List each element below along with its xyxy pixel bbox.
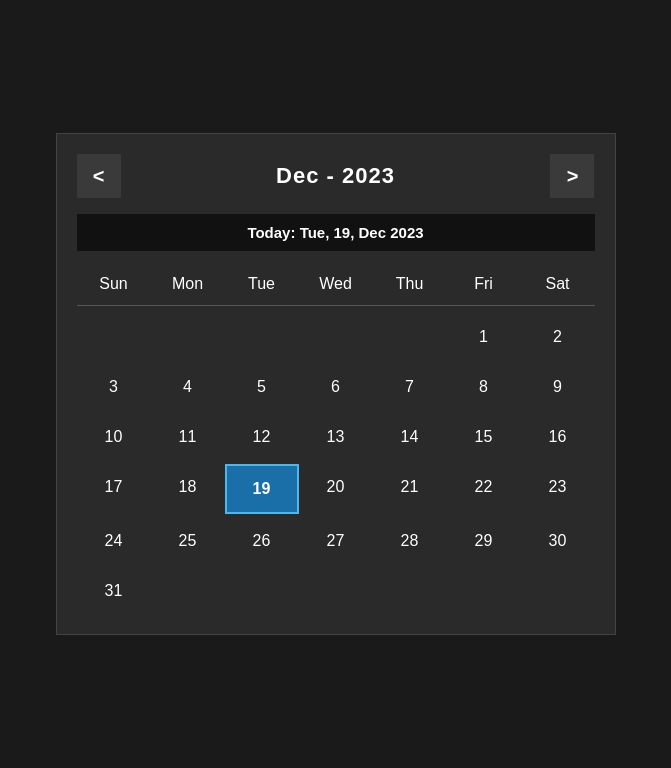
day-cell[interactable]: 12 — [225, 414, 299, 460]
day-cell[interactable]: 5 — [225, 364, 299, 410]
day-cell — [151, 568, 225, 614]
month-year-title: Dec - 2023 — [276, 163, 395, 189]
day-cell[interactable]: 17 — [77, 464, 151, 514]
day-cell[interactable]: 14 — [373, 414, 447, 460]
day-cell[interactable]: 21 — [373, 464, 447, 514]
day-cell — [373, 568, 447, 614]
day-cell — [77, 314, 151, 360]
day-cell[interactable]: 31 — [77, 568, 151, 614]
day-cell[interactable]: 29 — [447, 518, 521, 564]
day-cell — [299, 568, 373, 614]
day-cell[interactable]: 10 — [77, 414, 151, 460]
day-cell[interactable]: 8 — [447, 364, 521, 410]
day-cell[interactable]: 11 — [151, 414, 225, 460]
days-grid: 1234567891011121314151617181920212223242… — [77, 314, 595, 614]
calendar-grid: SunMonTueWedThuFriSat 123456789101112131… — [77, 267, 595, 614]
day-cell[interactable]: 30 — [521, 518, 595, 564]
calendar: < Dec - 2023 > Today: Tue, 19, Dec 2023 … — [56, 133, 616, 635]
today-cell[interactable]: 19 — [225, 464, 299, 514]
day-cell — [521, 568, 595, 614]
day-cell[interactable]: 2 — [521, 314, 595, 360]
day-cell[interactable]: 18 — [151, 464, 225, 514]
day-header-fri: Fri — [447, 267, 521, 301]
day-cell — [225, 568, 299, 614]
day-cell[interactable]: 22 — [447, 464, 521, 514]
next-month-button[interactable]: > — [550, 154, 594, 198]
day-header-wed: Wed — [299, 267, 373, 301]
day-cell[interactable]: 13 — [299, 414, 373, 460]
day-cell[interactable]: 3 — [77, 364, 151, 410]
day-cell[interactable]: 27 — [299, 518, 373, 564]
day-cell[interactable]: 6 — [299, 364, 373, 410]
day-cell — [151, 314, 225, 360]
day-header-mon: Mon — [151, 267, 225, 301]
calendar-header: < Dec - 2023 > — [77, 154, 595, 198]
day-cell — [447, 568, 521, 614]
day-cell[interactable]: 25 — [151, 518, 225, 564]
day-cell — [373, 314, 447, 360]
day-header-tue: Tue — [225, 267, 299, 301]
prev-month-button[interactable]: < — [77, 154, 121, 198]
day-cell[interactable]: 16 — [521, 414, 595, 460]
day-cell — [299, 314, 373, 360]
day-cell[interactable]: 24 — [77, 518, 151, 564]
day-cell[interactable]: 4 — [151, 364, 225, 410]
day-cell[interactable]: 7 — [373, 364, 447, 410]
day-header-sun: Sun — [77, 267, 151, 301]
day-cell[interactable]: 1 — [447, 314, 521, 360]
header-divider — [77, 305, 595, 306]
day-header-sat: Sat — [521, 267, 595, 301]
day-headers-row: SunMonTueWedThuFriSat — [77, 267, 595, 301]
day-cell[interactable]: 9 — [521, 364, 595, 410]
day-cell[interactable]: 20 — [299, 464, 373, 514]
today-banner: Today: Tue, 19, Dec 2023 — [77, 214, 595, 251]
day-cell — [225, 314, 299, 360]
day-cell[interactable]: 15 — [447, 414, 521, 460]
day-cell[interactable]: 23 — [521, 464, 595, 514]
day-cell[interactable]: 26 — [225, 518, 299, 564]
day-header-thu: Thu — [373, 267, 447, 301]
day-cell[interactable]: 28 — [373, 518, 447, 564]
